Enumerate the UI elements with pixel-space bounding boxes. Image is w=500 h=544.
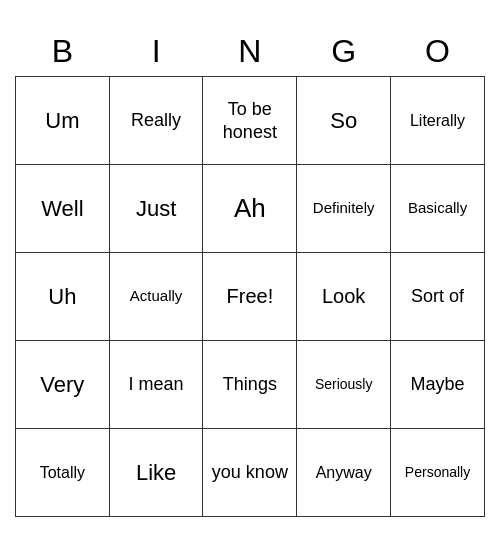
bingo-cell: Things bbox=[203, 341, 297, 429]
bingo-cell: I mean bbox=[109, 341, 203, 429]
bingo-cell: So bbox=[297, 77, 391, 165]
bingo-cell: Seriously bbox=[297, 341, 391, 429]
table-row: TotallyLikeyou knowAnywayPersonally bbox=[16, 429, 485, 517]
bingo-cell: Personally bbox=[391, 429, 485, 517]
bingo-cell: you know bbox=[203, 429, 297, 517]
bingo-header-letter: I bbox=[109, 27, 203, 77]
bingo-header: BINGO bbox=[16, 27, 485, 77]
bingo-card: BINGO UmReallyTo be honestSoLiterallyWel… bbox=[15, 27, 485, 517]
bingo-cell: Very bbox=[16, 341, 110, 429]
bingo-header-letter: O bbox=[391, 27, 485, 77]
bingo-cell: Like bbox=[109, 429, 203, 517]
bingo-cell: Um bbox=[16, 77, 110, 165]
bingo-header-letter: G bbox=[297, 27, 391, 77]
table-row: UmReallyTo be honestSoLiterally bbox=[16, 77, 485, 165]
bingo-cell: Free! bbox=[203, 253, 297, 341]
bingo-cell: Literally bbox=[391, 77, 485, 165]
bingo-cell: Uh bbox=[16, 253, 110, 341]
bingo-cell: Ah bbox=[203, 165, 297, 253]
bingo-cell: Basically bbox=[391, 165, 485, 253]
bingo-cell: Totally bbox=[16, 429, 110, 517]
table-row: UhActuallyFree!LookSort of bbox=[16, 253, 485, 341]
table-row: VeryI meanThingsSeriouslyMaybe bbox=[16, 341, 485, 429]
bingo-cell: Maybe bbox=[391, 341, 485, 429]
bingo-cell: Anyway bbox=[297, 429, 391, 517]
bingo-header-letter: N bbox=[203, 27, 297, 77]
bingo-cell: Definitely bbox=[297, 165, 391, 253]
bingo-cell: To be honest bbox=[203, 77, 297, 165]
bingo-cell: Look bbox=[297, 253, 391, 341]
bingo-header-letter: B bbox=[16, 27, 110, 77]
bingo-cell: Actually bbox=[109, 253, 203, 341]
table-row: WellJustAhDefinitelyBasically bbox=[16, 165, 485, 253]
bingo-cell: Well bbox=[16, 165, 110, 253]
bingo-cell: Really bbox=[109, 77, 203, 165]
bingo-body: UmReallyTo be honestSoLiterallyWellJustA… bbox=[16, 77, 485, 517]
bingo-cell: Sort of bbox=[391, 253, 485, 341]
bingo-cell: Just bbox=[109, 165, 203, 253]
